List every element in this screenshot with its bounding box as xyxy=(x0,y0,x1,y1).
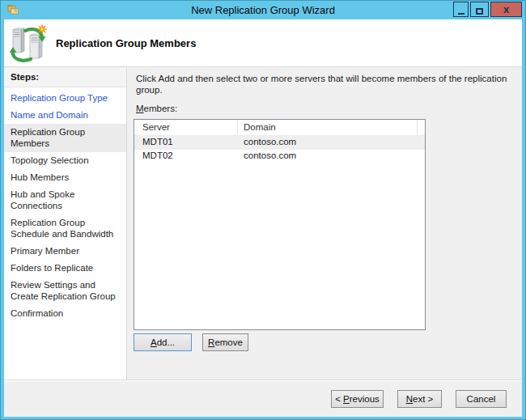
sidebar-step-primary-member: Primary Member xyxy=(4,243,126,260)
close-button[interactable]: x xyxy=(490,2,522,17)
steps-heading: Steps: xyxy=(4,68,126,87)
page-title: Replication Group Members xyxy=(56,37,196,49)
sidebar-step-replication-group-type[interactable]: Replication Group Type xyxy=(4,90,126,107)
sidebar-step-review-settings: Review Settings and Create Replication G… xyxy=(4,277,126,305)
sidebar-step-hub-members: Hub Members xyxy=(4,169,126,186)
wizard-header: Replication Group Members xyxy=(4,19,522,67)
previous-button[interactable]: < Previous xyxy=(331,390,384,408)
members-list-header: Server Domain xyxy=(134,120,425,136)
window-title: New Replication Group Wizard xyxy=(1,4,525,16)
sidebar-step-replication-group-members: Replication Group Members xyxy=(4,124,126,152)
next-button[interactable]: Next > xyxy=(397,390,442,408)
wizard-body: Steps: Replication Group Type Name and D… xyxy=(4,68,522,380)
wizard-footer: < Previous Next > Cancel xyxy=(4,380,522,417)
sidebar-step-topology-selection: Topology Selection xyxy=(4,152,126,169)
add-button[interactable]: Add... xyxy=(134,333,192,351)
minimize-button[interactable] xyxy=(453,2,469,17)
steps-sidebar: Steps: Replication Group Type Name and D… xyxy=(4,68,127,380)
sidebar-step-confirmation: Confirmation xyxy=(4,305,126,322)
member-server: MDT02 xyxy=(134,150,238,163)
member-row-mdt02[interactable]: MDT02 contoso.com xyxy=(134,150,425,163)
member-server: MDT01 xyxy=(134,136,238,150)
titlebar[interactable]: New Replication Group Wizard x xyxy=(1,1,525,19)
steps-list: Replication Group Type Name and Domain R… xyxy=(4,87,126,322)
member-domain: contoso.com xyxy=(238,150,296,163)
cancel-button[interactable]: Cancel xyxy=(456,390,507,408)
member-row-mdt01[interactable]: MDT01 contoso.com xyxy=(134,136,425,150)
members-label: Members: xyxy=(136,104,177,113)
sidebar-step-name-and-domain[interactable]: Name and Domain xyxy=(4,107,126,124)
sidebar-step-folders-to-replicate: Folders to Replicate xyxy=(4,260,126,277)
instruction-text: Click Add and then select two or more se… xyxy=(136,73,508,95)
wizard-dialog: Replication Group Members Steps: Replica… xyxy=(4,19,522,417)
members-list[interactable]: Server Domain MDT01 contoso.com MDT02 co… xyxy=(134,119,426,330)
wizard-window: New Replication Group Wizard x xyxy=(0,0,526,420)
maximize-icon xyxy=(476,8,483,15)
replication-group-icon xyxy=(9,23,48,62)
wizard-content: Click Add and then select two or more se… xyxy=(128,68,522,380)
sidebar-step-schedule-and-bandwidth: Replication Group Schedule and Bandwidth xyxy=(4,214,126,243)
column-header-domain[interactable]: Domain xyxy=(238,120,418,135)
minimize-icon xyxy=(458,13,464,15)
sidebar-step-hub-and-spoke-connections: Hub and Spoke Connections xyxy=(4,186,126,214)
column-header-server[interactable]: Server xyxy=(134,120,238,135)
close-icon: x xyxy=(503,3,509,15)
remove-button[interactable]: Remove xyxy=(202,333,248,351)
member-domain: contoso.com xyxy=(238,136,296,150)
maximize-button[interactable] xyxy=(470,2,489,17)
